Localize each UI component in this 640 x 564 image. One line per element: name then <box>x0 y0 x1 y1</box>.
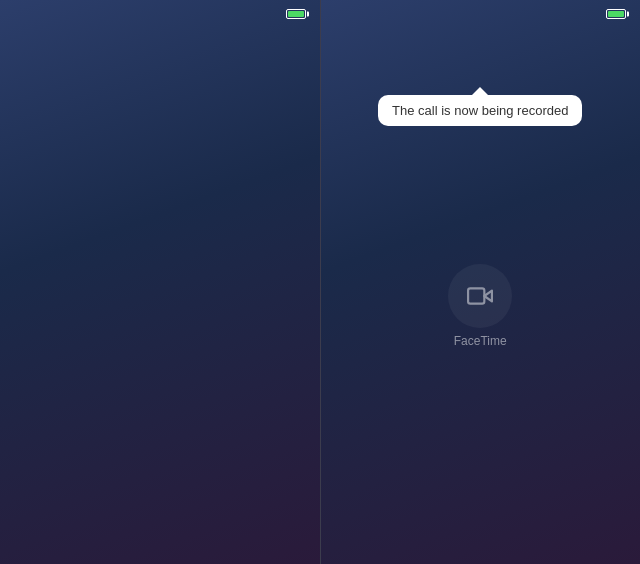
mute-tooltip: Wait until becomes enabled <box>24 199 155 213</box>
mute-icon-left <box>58 113 122 177</box>
svg-point-25 <box>486 202 489 205</box>
svg-point-3 <box>195 137 198 140</box>
facetime-icon-right <box>448 264 512 328</box>
secondary-caller-left: corder Service (Don't Fc <box>14 30 138 42</box>
merge-label-left: merge calls <box>59 299 120 313</box>
end-call-icon-right <box>464 398 496 430</box>
status-bar-left: 09:41 ✱ ▮▮▮▮ ▲ 100% <box>0 0 320 24</box>
wifi-icon-right: ▲ <box>563 9 573 20</box>
keypad-button-left[interactable]: keypad <box>171 113 235 213</box>
recording-message: The call is now being recorded <box>392 103 568 118</box>
buttons-grid-left: mute Wait until becomes enabled keypad <box>0 93 320 313</box>
speaker-label-left: speaker <box>262 183 305 197</box>
mute-button-right[interactable]: mute <box>345 164 425 248</box>
svg-point-8 <box>209 144 212 147</box>
info-icon-right[interactable]: i <box>527 48 543 64</box>
svg-point-23 <box>472 202 475 205</box>
svg-point-13 <box>276 251 285 260</box>
svg-point-31 <box>568 286 577 295</box>
right-phone-screen: 09:41 ✱ ▮▮▮▮ ▲ 100% & Emma i 00:03 The c… <box>321 0 641 564</box>
facetime-button-right[interactable]: FaceTime <box>440 264 520 348</box>
battery-pct-left: 100% <box>256 9 282 20</box>
mute-icon-right <box>352 164 416 228</box>
battery-icon-left <box>286 9 306 19</box>
swap-icon-left <box>171 229 235 293</box>
buttons-grid-right: mute keypad speaker <box>321 144 641 348</box>
primary-caller-left: Emma Daniels <box>14 43 157 69</box>
end-call-right <box>321 380 641 448</box>
speaker-button-left[interactable]: speaker <box>251 113 315 213</box>
keypad-label-right: keypad <box>461 234 500 248</box>
status-bar-right: 09:41 ✱ ▮▮▮▮ ▲ 100% <box>321 0 641 24</box>
status-icons-right: ✱ ▮▮▮▮ ▲ 100% <box>523 9 626 20</box>
keypad-icon-right <box>448 164 512 228</box>
keypad-icon-left <box>171 113 235 177</box>
time-right: 09:41 <box>335 8 363 20</box>
add-call-icon-right <box>352 264 416 328</box>
left-phone-screen: 09:41 ✱ ▮▮▮▮ ▲ 100% corder Service (Don'… <box>0 0 320 564</box>
svg-rect-30 <box>468 288 484 303</box>
status-icons-left: ✱ ▮▮▮▮ ▲ 100% <box>202 9 305 20</box>
svg-marker-26 <box>565 188 575 203</box>
speaker-label-right: speaker <box>555 234 598 248</box>
svg-point-7 <box>202 144 205 147</box>
end-call-left <box>0 341 320 409</box>
keypad-button-right[interactable]: keypad <box>440 164 520 248</box>
swap-button-left[interactable]: swap <box>171 229 235 313</box>
svg-point-21 <box>479 195 482 198</box>
call-header-right: & Emma i 00:03 The call is now being rec… <box>321 24 641 126</box>
contacts-label-left: contacts <box>261 299 306 313</box>
svg-point-20 <box>472 195 475 198</box>
speaker-icon-right <box>544 164 608 228</box>
svg-point-19 <box>486 188 489 191</box>
merge-icon-left <box>58 229 122 293</box>
svg-point-22 <box>486 195 489 198</box>
bt-icon: ✱ <box>202 9 210 20</box>
contacts-icon-right <box>544 264 608 328</box>
svg-point-10 <box>202 151 205 154</box>
bt-icon-right: ✱ <box>523 9 531 20</box>
swap-label-left: swap <box>189 299 217 313</box>
end-call-icon-left <box>144 359 176 391</box>
mute-button-left[interactable]: mute Wait until becomes enabled <box>24 113 155 213</box>
wifi-icon-left: ▲ <box>242 9 252 20</box>
battery-pct-right: 100% <box>576 9 602 20</box>
caller-name-right: & Emma i <box>417 38 543 70</box>
svg-point-17 <box>472 188 475 191</box>
mute-label-right: mute <box>371 234 398 248</box>
end-call-button-left[interactable] <box>126 341 194 409</box>
merge-button-left[interactable]: merge calls <box>24 229 155 313</box>
svg-point-11 <box>209 151 212 154</box>
svg-line-0 <box>81 136 98 153</box>
svg-point-4 <box>202 137 205 140</box>
svg-point-6 <box>195 144 198 147</box>
svg-point-18 <box>479 188 482 191</box>
svg-point-5 <box>209 137 212 140</box>
recording-tooltip: The call is now being recorded <box>378 95 582 126</box>
keypad-label-left: keypad <box>184 183 223 197</box>
contacts-button-left[interactable]: contacts <box>251 229 315 313</box>
signal-bars-left: ▮▮▮▮ <box>214 9 238 20</box>
svg-point-24 <box>479 202 482 205</box>
battery-icon-right <box>606 9 626 19</box>
call-timer-left: 00:00 <box>265 47 305 65</box>
speaker-button-right[interactable]: speaker <box>536 164 616 248</box>
contacts-icon-left <box>251 229 315 293</box>
contacts-label-right: contacts <box>554 334 599 348</box>
mute-label-left: mute <box>76 183 103 197</box>
svg-point-9 <box>195 151 198 154</box>
contacts-button-right[interactable]: contacts <box>536 264 616 348</box>
svg-marker-12 <box>272 137 282 152</box>
speaker-icon-left <box>251 113 315 177</box>
end-call-button-right[interactable] <box>446 380 514 448</box>
hold-badge: HOLD <box>269 28 305 43</box>
svg-marker-29 <box>485 291 493 302</box>
add-call-label-right: add call <box>364 334 405 348</box>
signal-bars-right: ▮▮▮▮ <box>535 9 559 20</box>
add-call-button-right[interactable]: add call <box>345 264 425 348</box>
call-header-left: corder Service (Don't Fc HOLD Emma Danie… <box>0 24 320 69</box>
svg-line-14 <box>376 187 393 204</box>
time-left: 09:41 <box>14 8 42 20</box>
facetime-label-right: FaceTime <box>454 334 507 348</box>
